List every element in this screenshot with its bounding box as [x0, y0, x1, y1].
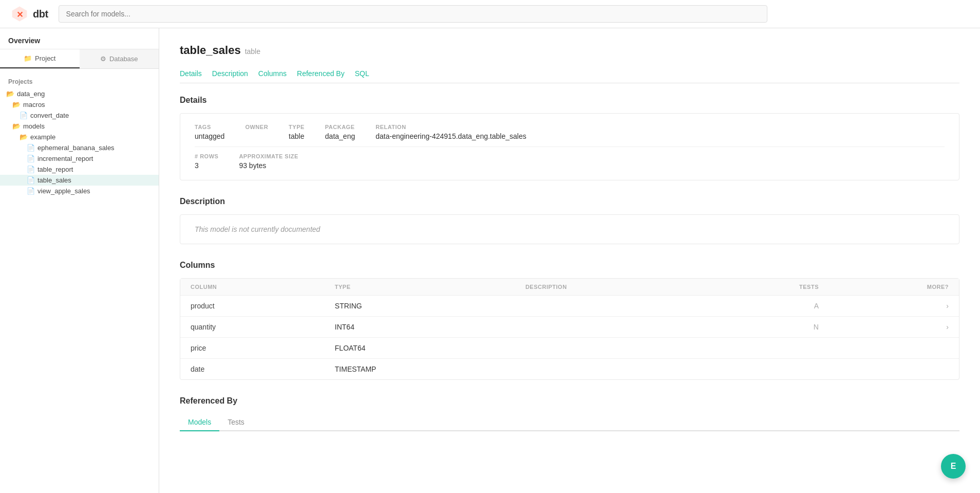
- table-row: price FLOAT64: [180, 338, 959, 359]
- details-row-1: TAGS untagged OWNER TYPE table PACKAG: [195, 124, 945, 140]
- col-product-more[interactable]: ›: [829, 296, 959, 317]
- approx-size-label: APPROXIMATE SIZE: [239, 153, 298, 159]
- col-date-more: [829, 359, 959, 380]
- col-date-type: TIMESTAMP: [325, 359, 515, 380]
- tags-label: TAGS: [195, 124, 224, 130]
- folder-icon: 📂: [12, 101, 21, 108]
- tags-value: untagged: [195, 132, 224, 140]
- sidebar: Overview 📁 Project ⚙ Database Projects 📂…: [0, 28, 159, 493]
- description-section-title: Description: [180, 197, 959, 206]
- relation-label: RELATION: [375, 124, 526, 130]
- table-row: quantity INT64 N ›: [180, 317, 959, 338]
- dbt-logo-icon: ✕: [10, 5, 29, 23]
- sidebar-tab-project-label: Project: [35, 54, 55, 62]
- col-product-type: STRING: [325, 296, 515, 317]
- description-card: This model is not currently documented: [180, 214, 959, 244]
- col-price-description: [515, 338, 706, 359]
- tree-item-data-eng[interactable]: 📂 data_eng: [0, 88, 159, 99]
- search-input[interactable]: [59, 5, 767, 23]
- details-section: Details TAGS untagged OWNER TYPE: [180, 96, 959, 180]
- package-label: PACKAGE: [325, 124, 355, 130]
- col-quantity-type: INT64: [325, 317, 515, 338]
- col-header-tests: TESTS: [706, 279, 829, 296]
- col-quantity-more[interactable]: ›: [829, 317, 959, 338]
- columns-header-row: COLUMN TYPE DESCRIPTION TESTS MORE?: [180, 279, 959, 296]
- tab-referenced-by[interactable]: Referenced By: [297, 65, 345, 83]
- header: ✕ dbt: [0, 0, 980, 28]
- tree-item-table-sales[interactable]: 📄 table_sales: [0, 175, 159, 186]
- project-folder-icon: 📁: [24, 54, 32, 62]
- tree-section-label: Projects: [0, 75, 159, 88]
- col-date-name: date: [180, 359, 325, 380]
- owner-label: OWNER: [245, 124, 268, 130]
- details-separator: [195, 147, 945, 147]
- file-icon: 📄: [27, 144, 35, 152]
- page-title: table_salestable: [180, 44, 959, 57]
- tree-label-convert-date: convert_date: [30, 112, 69, 119]
- field-type: TYPE table: [289, 124, 305, 140]
- col-quantity-tests: N: [706, 317, 829, 338]
- col-date-description: [515, 359, 706, 380]
- file-icon: 📄: [27, 176, 35, 184]
- tree-item-convert-date[interactable]: 📄 convert_date: [0, 110, 159, 121]
- referenced-by-section: Referenced By Models Tests: [180, 396, 959, 431]
- columns-table-body: product STRING A › quantity INT64 N: [180, 296, 959, 380]
- tree-label-incremental-report: incremental_report: [37, 155, 93, 162]
- ref-tab-models[interactable]: Models: [180, 414, 219, 431]
- columns-table: COLUMN TYPE DESCRIPTION TESTS MORE? prod…: [180, 279, 959, 379]
- search-bar[interactable]: [59, 5, 767, 23]
- tree-item-models[interactable]: 📂 models: [0, 121, 159, 132]
- folder-icon: 📂: [12, 122, 21, 130]
- col-price-more: [829, 338, 959, 359]
- rows-value: 3: [195, 161, 218, 170]
- tab-description[interactable]: Description: [212, 65, 248, 83]
- col-header-more: MORE?: [829, 279, 959, 296]
- referenced-by-tabs: Models Tests: [180, 414, 959, 431]
- table-row: product STRING A ›: [180, 296, 959, 317]
- type-label: TYPE: [289, 124, 305, 130]
- field-relation: RELATION data-engineering-424915.data_en…: [375, 124, 526, 140]
- tree-label-table-report: table_report: [37, 166, 73, 173]
- folder-icon: 📂: [6, 90, 14, 98]
- sidebar-tab-database[interactable]: ⚙ Database: [80, 49, 159, 68]
- sidebar-tabs: 📁 Project ⚙ Database: [0, 49, 159, 69]
- tree-item-ephemeral-banana-sales[interactable]: 📄 ephemeral_banana_sales: [0, 142, 159, 153]
- tree-item-view-apple-sales[interactable]: 📄 view_apple_sales: [0, 186, 159, 196]
- folder-icon: 📂: [20, 133, 28, 141]
- content-tabs: Details Description Columns Referenced B…: [180, 65, 959, 83]
- col-quantity-description: [515, 317, 706, 338]
- tab-sql[interactable]: SQL: [355, 65, 369, 83]
- tree-item-table-report[interactable]: 📄 table_report: [0, 164, 159, 175]
- ref-tab-tests[interactable]: Tests: [219, 414, 253, 430]
- tree-item-example[interactable]: 📂 example: [0, 132, 159, 142]
- svg-text:✕: ✕: [16, 10, 23, 19]
- tab-details[interactable]: Details: [180, 65, 202, 83]
- tree-label-ephemeral-banana-sales: ephemeral_banana_sales: [37, 144, 115, 152]
- sidebar-tab-project[interactable]: 📁 Project: [0, 49, 80, 68]
- col-product-tests: A: [706, 296, 829, 317]
- rows-label: # ROWS: [195, 153, 218, 159]
- type-badge: table: [245, 47, 260, 56]
- table-row: date TIMESTAMP: [180, 359, 959, 380]
- details-section-title: Details: [180, 96, 959, 105]
- col-quantity-name: quantity: [180, 317, 325, 338]
- tab-columns[interactable]: Columns: [258, 65, 287, 83]
- tree-label-data-eng: data_eng: [17, 90, 45, 98]
- col-product-description: [515, 296, 706, 317]
- tree-label-macros: macros: [23, 101, 45, 108]
- col-header-description: DESCRIPTION: [515, 279, 706, 296]
- col-date-tests: [706, 359, 829, 380]
- fab-icon: E: [951, 462, 956, 471]
- tree-label-table-sales: table_sales: [37, 176, 71, 184]
- field-owner: OWNER: [245, 124, 268, 132]
- field-approx-size: APPROXIMATE SIZE 93 bytes: [239, 153, 298, 170]
- tree-item-incremental-report[interactable]: 📄 incremental_report: [0, 153, 159, 164]
- columns-table-head: COLUMN TYPE DESCRIPTION TESTS MORE?: [180, 279, 959, 296]
- description-section: Description This model is not currently …: [180, 197, 959, 244]
- fab-button[interactable]: E: [941, 454, 966, 479]
- field-tags: TAGS untagged: [195, 124, 224, 140]
- relation-value: data-engineering-424915.data_eng.table_s…: [375, 132, 526, 140]
- field-package: PACKAGE data_eng: [325, 124, 355, 140]
- tree-item-macros[interactable]: 📂 macros: [0, 99, 159, 110]
- col-price-tests: [706, 338, 829, 359]
